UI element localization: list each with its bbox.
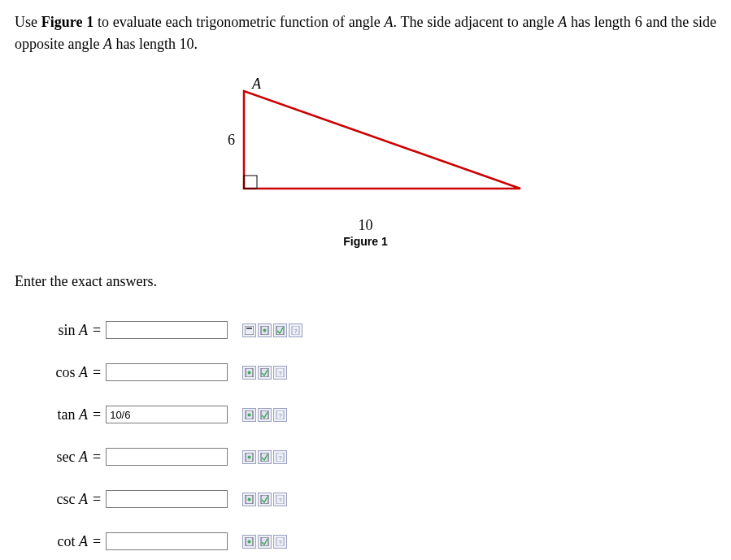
input-cot[interactable]	[106, 532, 228, 550]
instr-fig-ref: Figure 1	[41, 14, 94, 30]
label-sin: sin A	[23, 322, 93, 339]
label-var: A	[79, 364, 88, 380]
label-var: A	[79, 449, 88, 465]
equals-sign: =	[93, 533, 106, 550]
check-icon[interactable]	[258, 535, 272, 549]
label-func: sec	[57, 449, 76, 465]
icon-group: ?	[242, 408, 287, 422]
label-sec: sec A	[23, 449, 93, 466]
label-var: A	[79, 322, 88, 338]
check-icon[interactable]	[258, 493, 272, 506]
label-cos: cos A	[23, 364, 93, 381]
instr-angle-1: A	[384, 14, 393, 30]
label-func: cos	[56, 364, 76, 380]
instr-part1: Use	[15, 14, 41, 30]
label-var: A	[79, 406, 88, 423]
answer-row-tan: tan A=?	[23, 404, 716, 425]
svg-point-15	[248, 413, 251, 416]
label-func: sin	[58, 322, 75, 338]
svg-text:?: ?	[278, 454, 282, 462]
help-icon[interactable]: ?	[273, 493, 287, 506]
svg-text:?: ?	[278, 539, 282, 546]
svg-point-30	[248, 540, 251, 543]
instr-part3: . The side adjacent to angle	[393, 14, 558, 30]
equals-sign: =	[93, 449, 106, 466]
check-icon[interactable]	[258, 450, 272, 464]
help-icon[interactable]: ?	[273, 408, 287, 422]
check-icon[interactable]	[258, 408, 272, 422]
answer-row-sin: sin A=?	[23, 319, 716, 341]
hint-icon[interactable]	[242, 408, 256, 422]
instr-angle-3: A	[103, 36, 112, 52]
enter-exact-prompt: Enter the exact answers.	[15, 273, 716, 290]
label-var: A	[79, 491, 88, 507]
instr-part2: to evaluate each trigonometric function …	[94, 14, 384, 30]
instr-angle-2: A	[558, 14, 567, 30]
answer-row-cos: cos A=?	[23, 362, 716, 383]
check-icon[interactable]	[258, 366, 272, 380]
label-var: A	[79, 533, 88, 549]
help-icon[interactable]: ?	[273, 366, 287, 380]
svg-point-5	[263, 328, 267, 332]
figure-caption-text: Figure 1	[343, 235, 387, 248]
hint-icon[interactable]	[242, 535, 256, 549]
input-sec[interactable]	[106, 448, 228, 466]
input-tan[interactable]	[106, 406, 228, 423]
equals-sign: =	[93, 491, 106, 508]
input-csc[interactable]	[106, 490, 228, 508]
icon-group: ?	[242, 450, 287, 464]
hint-icon[interactable]	[242, 366, 256, 380]
figure-label-adjacent: 6	[228, 132, 235, 148]
instructions-text: Use Figure 1 to evaluate each trigonomet…	[15, 11, 716, 55]
svg-text:?: ?	[278, 497, 282, 504]
help-icon[interactable]: ?	[273, 535, 287, 549]
svg-text:?: ?	[294, 328, 298, 335]
icon-group: ?	[242, 366, 287, 380]
hint-icon[interactable]	[242, 450, 256, 464]
input-cos[interactable]	[106, 363, 228, 381]
icon-group: ?	[242, 323, 302, 337]
svg-marker-0	[244, 91, 520, 189]
input-sin[interactable]	[106, 321, 228, 339]
answer-row-csc: csc A=?	[23, 488, 716, 510]
label-csc: csc A	[23, 491, 93, 508]
figure-caption: 10 Figure 1	[15, 217, 716, 249]
label-tan: tan A	[23, 406, 93, 423]
svg-point-10	[248, 371, 251, 374]
check-icon[interactable]	[273, 323, 287, 337]
triangle-figure: A 6	[195, 75, 537, 213]
equals-sign: =	[93, 364, 106, 381]
svg-text:?: ?	[278, 370, 282, 377]
equals-sign: =	[93, 322, 106, 339]
svg-rect-1	[244, 176, 257, 189]
svg-rect-3	[246, 328, 252, 329]
icon-group: ?	[242, 493, 287, 506]
figure-label-opposite: 10	[359, 217, 373, 233]
equals-sign: =	[93, 406, 106, 423]
icon-group: ?	[242, 535, 287, 549]
label-cot: cot A	[23, 533, 93, 550]
preview-icon[interactable]	[242, 323, 256, 337]
answer-row-sec: sec A=?	[23, 446, 716, 467]
label-func: csc	[57, 491, 76, 507]
answer-row-cot: cot A=?	[23, 531, 716, 552]
figure-label-A: A	[251, 76, 262, 92]
label-func: cot	[58, 533, 76, 549]
figure-container: A 6 10 Figure 1	[15, 75, 716, 249]
hint-icon[interactable]	[258, 323, 272, 337]
svg-point-25	[248, 497, 251, 501]
svg-text:?: ?	[278, 412, 282, 419]
label-func: tan	[58, 406, 76, 423]
svg-point-20	[248, 455, 251, 458]
help-icon[interactable]: ?	[273, 450, 287, 464]
hint-icon[interactable]	[242, 493, 256, 506]
help-icon[interactable]: ?	[289, 323, 302, 337]
svg-rect-2	[245, 326, 254, 335]
instr-part5: has length 10.	[112, 36, 198, 52]
